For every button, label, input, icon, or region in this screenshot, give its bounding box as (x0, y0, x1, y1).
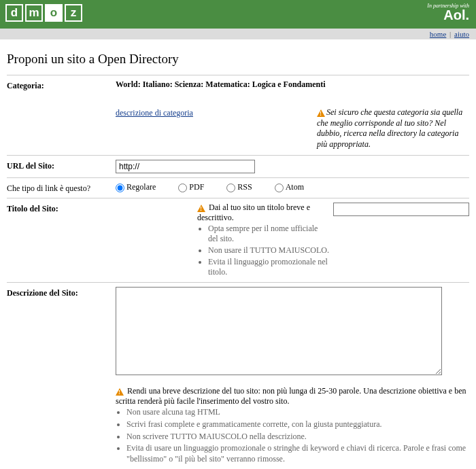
aol-brand: Aol. (427, 9, 469, 21)
radio-rss-text: RSS (237, 182, 252, 192)
row-title: Titolo del Sito: Dai al tuo sito un tito… (7, 198, 469, 282)
description-tips-list: Non usare alcuna tag HTML Scrivi frasi c… (116, 406, 469, 465)
page-title: Proponi un sito a Open Directory (7, 52, 469, 67)
url-input[interactable] (116, 160, 255, 173)
dmoz-logo: d m o z (5, 4, 82, 22)
title-label: Titolo del Sito: (7, 203, 116, 214)
linktype-radio-group: Regolare PDF RSS Atom (116, 182, 469, 192)
radio-atom-label[interactable]: Atom (275, 182, 304, 192)
list-item: Non scrivere TUTTO MAIUSCOLO nella descr… (126, 431, 469, 443)
logo-letter-d: d (5, 4, 23, 22)
warning-icon (116, 388, 124, 396)
list-item: Non usare alcuna tag HTML (126, 406, 469, 419)
title-lead: Dai al tuo sito un titolo breve e descri… (197, 203, 329, 223)
description-block: Rendi una breve descrizione del tuo sito… (116, 287, 469, 465)
nav-aiuto-link[interactable]: aiuto (454, 30, 469, 38)
url-label: URL del Sito: (7, 160, 116, 171)
title-tips-list: Opta sempre per il nome ufficiale del si… (197, 223, 329, 278)
radio-regolare-text: Regolare (126, 182, 156, 192)
logo-letter-o: o (45, 4, 63, 22)
title-input[interactable] (333, 203, 469, 216)
nav-home-link[interactable]: home (430, 30, 446, 38)
logo-letter-m: m (25, 4, 43, 22)
list-item: Evita di usare un linguaggio promozional… (126, 442, 469, 465)
title-tips-block: Dai al tuo sito un titolo breve e descri… (116, 203, 469, 278)
row-url: URL del Sito: (7, 155, 469, 177)
linktype-label: Che tipo di link è questo? (7, 182, 116, 194)
nav-bar: home | aiuto (0, 29, 476, 39)
description-textarea[interactable] (116, 287, 442, 375)
radio-atom[interactable] (275, 184, 284, 192)
description-tips-block: Rendi una breve descrizione del tuo sito… (116, 386, 469, 465)
radio-regolare-label[interactable]: Regolare (116, 182, 156, 192)
category-warning-text: Sei sicuro che questa categoria sia quel… (317, 107, 462, 149)
radio-pdf[interactable] (178, 184, 187, 192)
radio-rss-label[interactable]: RSS (226, 182, 252, 192)
nav-separator: | (449, 30, 451, 38)
list-item: Opta sempre per il nome ufficiale del si… (208, 223, 329, 245)
title-lead-text: Dai al tuo sito un titolo breve e descri… (197, 203, 310, 222)
radio-atom-text: Atom (286, 182, 304, 192)
partner-block: In partnership with Aol. (427, 3, 469, 21)
row-description: Descrizione del Sito: Rendi una breve de… (7, 282, 469, 469)
description-lead: Rendi una breve descrizione del tuo sito… (116, 386, 469, 406)
row-category: Categoria: World: Italiano: Scienza: Mat… (7, 75, 469, 95)
category-label: Categoria: (7, 80, 116, 91)
header-bar: d m o z In partnership with Aol. (0, 0, 476, 29)
radio-pdf-text: PDF (189, 182, 204, 192)
row-category-link: descrizione di categoria Sei sicuro che … (7, 95, 469, 155)
warning-icon (197, 205, 205, 212)
description-lead-text: Rendi una breve descrizione del tuo sito… (116, 386, 466, 406)
radio-pdf-label[interactable]: PDF (178, 182, 204, 192)
list-item: Non usare il TUTTO MAIUSCOLO. (208, 245, 329, 256)
list-item: Evita il linguaggio promozionale nel tit… (208, 256, 329, 278)
radio-rss[interactable] (226, 184, 235, 192)
content-area: Proponi un sito a Open Directory Categor… (0, 39, 476, 469)
category-description-link[interactable]: descrizione di categoria (116, 108, 193, 118)
category-path: World: Italiano: Scienza: Matematica: Lo… (116, 80, 469, 90)
logo-letter-z: z (65, 4, 82, 22)
radio-regolare[interactable] (116, 184, 124, 192)
description-label: Descrizione del Sito: (7, 287, 116, 298)
row-linktype: Che tipo di link è questo? Regolare PDF … (7, 177, 469, 198)
list-item: Scrivi frasi complete e grammaticamente … (126, 419, 469, 431)
warning-icon (317, 109, 325, 117)
category-warning: Sei sicuro che questa categoria sia quel… (313, 107, 469, 150)
